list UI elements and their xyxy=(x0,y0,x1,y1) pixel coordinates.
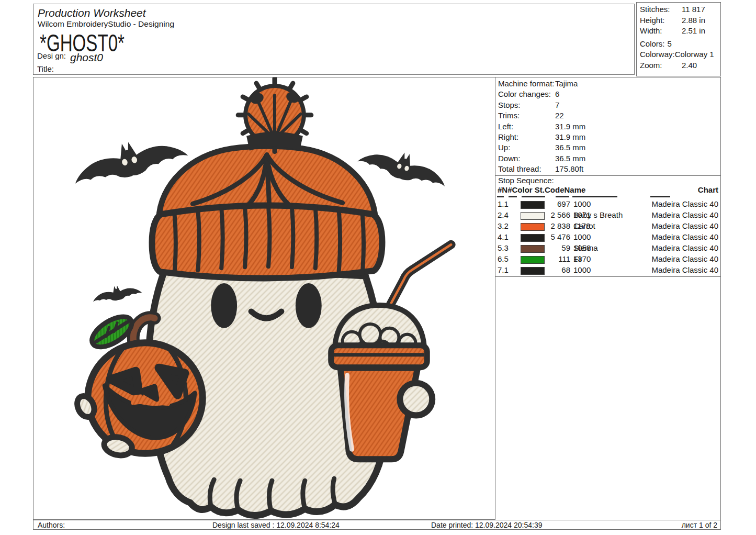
pumpkin-tooth xyxy=(130,394,143,405)
title-label: Title: xyxy=(37,64,54,73)
bat-icon xyxy=(356,141,451,192)
chart-column-header: Chart xyxy=(698,185,718,194)
machine-info: Machine format:TajimaColor changes:6Stop… xyxy=(495,79,720,175)
stat-row: Zoom:2.40 xyxy=(640,60,720,71)
machine-info-row: Trims:22 xyxy=(495,110,720,121)
machine-info-row: Color changes:6 xyxy=(495,89,720,99)
app-subtitle: Wilcom EmbroideryStudio - Designing xyxy=(38,19,174,29)
thread-color-swatch xyxy=(521,223,545,231)
machine-info-row: Up:36.5 mm xyxy=(495,142,720,153)
stop-sequence-row: 5.3591058SiennaMadeira Classic 40 xyxy=(495,243,720,254)
last-saved-text: Design last saved : 12.09.2024 8:54:24 xyxy=(212,521,340,529)
thread-color-swatch xyxy=(521,256,545,264)
ghost-eye xyxy=(296,283,322,328)
beanie-hat xyxy=(152,79,382,278)
stop-sequence-columns: #N#Color St.CodeName xyxy=(498,185,585,194)
stat-row: Stitches:11 817 xyxy=(640,4,720,15)
production-worksheet-page: Production Worksheet Wilcom EmbroiderySt… xyxy=(0,0,756,535)
embroidery-design-image xyxy=(33,77,495,519)
design-filename: ghost0 xyxy=(70,51,103,64)
divider xyxy=(495,276,720,277)
thread-color-swatch xyxy=(521,245,545,253)
bat-icon xyxy=(91,282,143,305)
design-label: Desi gn: xyxy=(37,51,66,60)
thread-color-swatch xyxy=(521,267,545,275)
machine-info-row: Stops:7 xyxy=(495,100,720,110)
stop-sequence-row: 4.15 4761000Madeira Classic 40 xyxy=(495,232,720,243)
stat-row: Width:2.51 in xyxy=(640,26,720,37)
ghost-eye xyxy=(211,283,237,328)
column-underline xyxy=(556,196,569,197)
machine-info-row: Left:31.9 mm xyxy=(495,121,720,132)
stop-sequence-row: 7.1681000Madeira Classic 40 xyxy=(495,265,720,276)
stop-sequence-row: 2.42 5661071Baby s BreathMadeira Classic… xyxy=(495,210,720,221)
pom-pom xyxy=(238,79,311,152)
machine-info-row: Down:36.5 mm xyxy=(495,153,720,164)
stop-sequence-row: 1.16971000Madeira Classic 40 xyxy=(495,199,720,210)
stop-sequence-heading: Stop Sequence: xyxy=(498,176,554,185)
machine-info-row: Right:31.9 mm xyxy=(495,132,720,142)
design-preview xyxy=(33,77,495,520)
stat-row: Height:2.88 in xyxy=(640,15,720,26)
pumpkin-tooth xyxy=(159,396,171,406)
header: Production Worksheet Wilcom EmbroiderySt… xyxy=(33,4,635,75)
details-panel: Machine format:TajimaColor changes:6Stop… xyxy=(495,77,721,520)
authors-label: Authors: xyxy=(38,521,65,529)
page-number: лист 1 of 2 xyxy=(682,521,717,529)
ghost-hand xyxy=(400,383,432,416)
page-title: Production Worksheet xyxy=(38,7,146,19)
column-underline xyxy=(572,196,592,197)
thread-color-swatch xyxy=(521,212,545,220)
footer-bar: Authors: Design last saved : 12.09.2024 … xyxy=(33,520,721,530)
column-underline xyxy=(509,196,517,197)
thread-color-swatch xyxy=(521,201,545,209)
stat-row: Colorway:Colorway 1 xyxy=(640,49,720,60)
column-underline xyxy=(522,196,545,197)
stop-sequence-row: 6.51111370FirMadeira Classic 40 xyxy=(495,254,720,265)
column-underline xyxy=(591,196,617,197)
stop-sequence-row: 3.22 8381178CarrotMadeira Classic 40 xyxy=(495,221,720,232)
column-underline xyxy=(497,196,504,197)
date-printed-text: Date printed: 12.09.2024 20:54:39 xyxy=(431,521,543,529)
stat-row: Colors:5 xyxy=(640,39,720,50)
thread-color-swatch xyxy=(521,234,545,242)
column-underline xyxy=(650,196,670,197)
machine-info-row: Machine format:Tajima xyxy=(495,79,720,89)
machine-info-row: Total thread:175.80ft xyxy=(495,164,720,174)
summary-panel: Stitches:11 817 Height:2.88 in Width:2.5… xyxy=(636,2,721,76)
